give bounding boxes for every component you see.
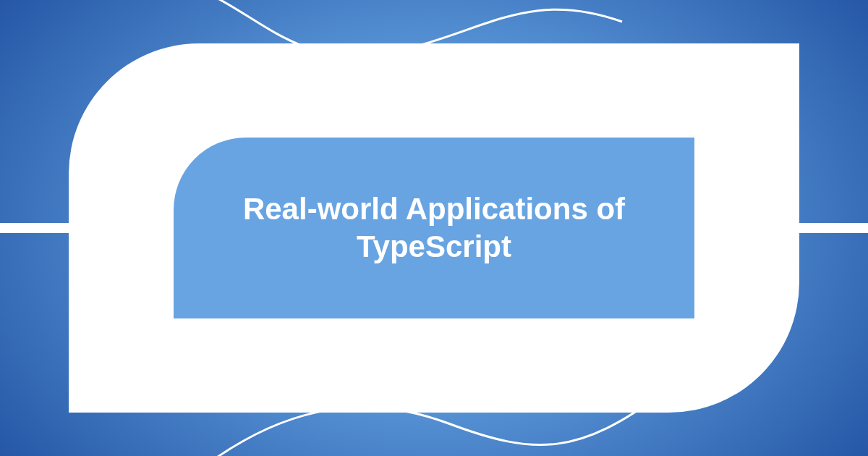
inner-card: Real-world Applications of TypeScript xyxy=(174,138,694,318)
outer-card: Real-world Applications of TypeScript xyxy=(69,43,799,413)
page-title: Real-world Applications of TypeScript xyxy=(203,190,665,266)
